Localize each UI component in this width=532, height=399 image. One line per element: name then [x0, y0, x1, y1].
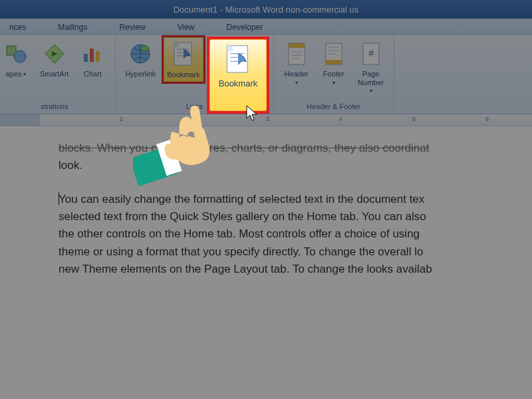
doc-text: new Theme elements on the Page Layout ta…	[59, 263, 432, 275]
pointing-hand-icon	[133, 100, 219, 189]
doc-text: the other controls on the Home tab. Most…	[59, 227, 420, 240]
header-icon	[283, 39, 310, 68]
cursor-arrow-icon	[246, 105, 259, 125]
chevron-down-icon: ▾	[295, 80, 298, 86]
ruler-margin	[0, 114, 40, 126]
document-paragraph: You can easily change the formatting of …	[59, 191, 515, 279]
ruler: 1 2 3 4 5 6	[0, 114, 532, 126]
tab-developer[interactable]: Developer	[223, 20, 267, 34]
bookmark-icon	[170, 40, 197, 69]
hyperlink-label: Hyperlink	[125, 70, 156, 78]
footer-icon	[321, 39, 347, 68]
header-button[interactable]: Header ▾	[281, 37, 313, 88]
svg-rect-4	[96, 51, 100, 62]
group-illustrations-label: strations	[0, 101, 108, 112]
group-headerfooter: Header ▾ Footer ▾	[274, 35, 394, 114]
chevron-down-icon: ▾	[23, 71, 26, 77]
bookmark-button[interactable]: Bookmark	[164, 37, 203, 82]
doc-text: theme or using a format that you specify…	[59, 245, 423, 258]
chevron-down-icon: ▾	[332, 80, 335, 86]
app-window: Document1 - Microsoft Word non-commercia…	[0, 0, 532, 399]
doc-text: You can easily change the formatting of …	[59, 193, 424, 205]
chevron-down-icon: ▾	[370, 88, 372, 94]
chart-label: Chart	[84, 70, 102, 78]
tab-references[interactable]: nces	[5, 20, 30, 34]
pagenumber-button[interactable]: # Page Number ▾	[355, 37, 387, 96]
ruler-tick: 4	[339, 116, 342, 122]
bookmark-icon	[222, 42, 254, 78]
hyperlink-icon	[127, 39, 154, 68]
bookmark-label: Bookmark	[219, 79, 258, 89]
chart-button[interactable]: Chart	[76, 37, 108, 80]
chart-icon	[79, 39, 106, 68]
document-area[interactable]: blocks. When you create pictures, charts…	[0, 126, 532, 307]
smartart-label: SmartArt	[40, 70, 68, 78]
title-bar: Document1 - Microsoft Word non-commercia…	[0, 0, 532, 19]
svg-rect-3	[90, 49, 94, 62]
bookmark-label: Bookmark	[167, 70, 200, 79]
title-text: Document1 - Microsoft Word non-commercia…	[174, 5, 359, 15]
svg-rect-2	[84, 54, 88, 62]
ruler-tick: 3	[266, 116, 269, 122]
ruler-tick: 6	[485, 116, 489, 122]
doc-text: blocks. When you create pictures, charts…	[59, 142, 429, 154]
ribbon-tabstrip: nces Mailings Review View Developer	[0, 19, 532, 35]
svg-rect-10	[289, 43, 305, 48]
group-headerfooter-label: Header & Footer	[281, 101, 387, 112]
tab-view[interactable]: View	[174, 20, 199, 34]
footer-label: Footer	[323, 70, 344, 78]
ruler-tick: 1	[120, 116, 123, 122]
doc-text: look.	[59, 159, 82, 172]
svg-rect-12	[326, 60, 342, 65]
tab-mailings[interactable]: Mailings	[54, 20, 91, 34]
hyperlink-button[interactable]: Hyperlink	[122, 37, 158, 80]
smartart-button[interactable]: SmartArt	[37, 37, 71, 80]
ruler-tick: 5	[412, 116, 416, 122]
pagenumber-label: Page Number	[358, 70, 384, 86]
svg-point-6	[141, 46, 149, 51]
document-paragraph: blocks. When you create pictures, charts…	[59, 140, 515, 175]
smartart-icon	[41, 39, 68, 68]
shapes-icon	[3, 39, 29, 68]
footer-button[interactable]: Footer ▾	[318, 37, 350, 88]
pagenumber-icon: #	[358, 39, 384, 68]
svg-text:#: #	[368, 48, 374, 59]
doc-text: selected text from the Quick Styles gall…	[59, 210, 426, 223]
shapes-label: apes	[6, 70, 22, 78]
header-label: Header	[285, 70, 309, 78]
group-illustrations: apes▾ SmartArt	[0, 35, 116, 114]
tab-review[interactable]: Review	[115, 20, 149, 34]
svg-point-1	[14, 51, 26, 63]
shapes-button[interactable]: apes▾	[0, 37, 32, 80]
